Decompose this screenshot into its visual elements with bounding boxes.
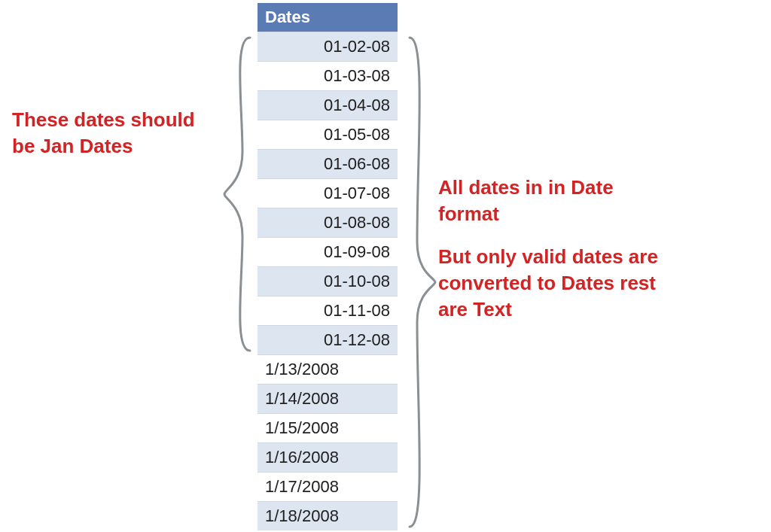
- table-row: 01-11-08: [258, 296, 398, 326]
- date-cell: 01-10-08: [258, 267, 398, 296]
- callout-line: These dates should: [12, 108, 195, 131]
- column-header-dates: Dates: [258, 3, 398, 32]
- date-cell: 1/17/2008: [258, 473, 398, 502]
- table-row: 01-10-08: [258, 267, 398, 296]
- date-cell: 01-08-08: [258, 208, 398, 238]
- date-cell: 1/14/2008: [258, 385, 398, 414]
- date-cell: 1/18/2008: [258, 502, 398, 531]
- dates-table: Dates 01-02-08 01-03-08 01-04-08 01-05-0…: [258, 3, 398, 530]
- date-cell: 01-02-08: [258, 32, 398, 62]
- date-cell: 1/16/2008: [258, 443, 398, 473]
- table-row: 1/17/2008: [258, 473, 398, 502]
- table-row: 01-07-08: [258, 179, 398, 208]
- date-cell: 01-07-08: [258, 179, 398, 208]
- date-cell: 01-12-08: [258, 326, 398, 355]
- diagram-stage: Dates 01-02-08 01-03-08 01-04-08 01-05-0…: [0, 0, 771, 532]
- date-cell: 1/13/2008: [258, 355, 398, 385]
- table-row: 1/13/2008: [258, 355, 398, 385]
- table-header-row: Dates: [258, 3, 398, 32]
- callout-line: format: [438, 202, 499, 225]
- table-row: 01-08-08: [258, 208, 398, 238]
- left-callout-text: These dates should be Jan Dates: [12, 107, 223, 160]
- date-cell: 01-06-08: [258, 150, 398, 179]
- callout-line: converted to Dates rest: [438, 272, 656, 294]
- right-brace-icon: [399, 32, 440, 532]
- callout-line: All dates in in Date: [438, 176, 614, 199]
- table-row: 1/18/2008: [258, 502, 398, 531]
- date-cell: 01-05-08: [258, 120, 398, 150]
- callout-line: are Text: [438, 298, 512, 321]
- date-cell: 01-03-08: [258, 62, 398, 91]
- callout-line: be Jan Dates: [12, 135, 133, 157]
- date-cell: 01-09-08: [258, 238, 398, 267]
- table-row: 01-03-08: [258, 62, 398, 91]
- table-row: 01-04-08: [258, 91, 398, 120]
- table-row: 01-06-08: [258, 150, 398, 179]
- table-row: 1/14/2008: [258, 385, 398, 414]
- right-callout-text: All dates in in Date format But only val…: [438, 175, 739, 323]
- table-row: 01-05-08: [258, 120, 398, 150]
- date-cell: 01-11-08: [258, 296, 398, 326]
- table-row: 1/16/2008: [258, 443, 398, 473]
- table-row: 01-09-08: [258, 238, 398, 267]
- date-cell: 1/15/2008: [258, 414, 398, 443]
- date-cell: 01-04-08: [258, 91, 398, 120]
- left-brace-icon: [220, 32, 258, 357]
- table-row: 1/15/2008: [258, 414, 398, 443]
- table-row: 01-02-08: [258, 32, 398, 62]
- callout-line: But only valid dates are: [438, 245, 658, 268]
- table-row: 01-12-08: [258, 326, 398, 355]
